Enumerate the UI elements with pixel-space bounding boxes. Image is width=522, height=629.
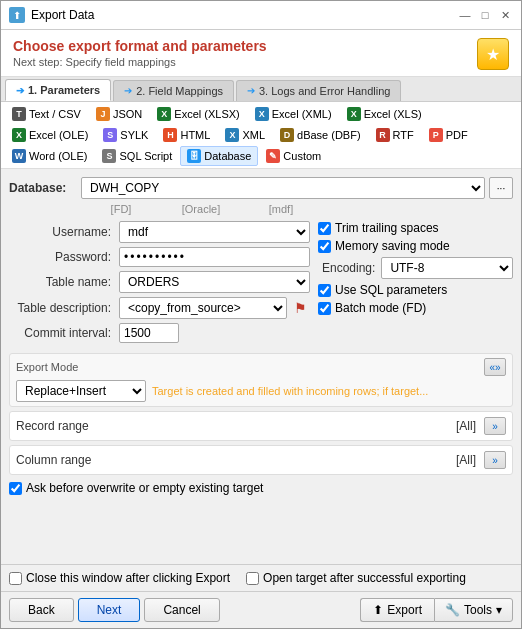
password-group: Password: [9, 247, 310, 267]
format-text-csv[interactable]: T Text / CSV [5, 104, 88, 124]
trim-spaces-label: Trim trailing spaces [335, 221, 439, 235]
password-label: Password: [9, 250, 119, 264]
batch-mode-checkbox[interactable] [318, 302, 331, 315]
sub-label-fd: [FD] [81, 203, 161, 215]
header-titles: Choose export format and parameters Next… [13, 38, 267, 68]
trim-spaces-checkbox[interactable] [318, 222, 331, 235]
format-sql-script[interactable]: S SQL Script [95, 146, 179, 166]
username-group: Username: mdf [9, 221, 310, 243]
excel-xml-icon: X [255, 107, 269, 121]
footer-buttons: Back Next Cancel ⬆ Export 🔧 Tools ▾ [1, 591, 521, 628]
format-pdf[interactable]: P PDF [422, 125, 475, 145]
export-mode-expand-button[interactable]: «» [484, 358, 506, 376]
rtf-icon: R [376, 128, 390, 142]
export-mode-description: Target is created and filled with incomi… [152, 385, 506, 397]
next-button[interactable]: Next [78, 598, 141, 622]
sub-labels-row: [FD] [Oracle] [mdf] [81, 203, 513, 215]
tablename-select[interactable]: ORDERS [119, 271, 310, 293]
excel-ole-icon: X [12, 128, 26, 142]
tab-parameters-label: 1. Parameters [28, 84, 100, 96]
export-mode-header: Export Mode «» [16, 358, 506, 376]
close-after-check-row: Close this window after clicking Export [9, 571, 230, 585]
commit-input[interactable] [119, 323, 179, 343]
format-sylk[interactable]: S SYLK [96, 125, 155, 145]
password-input[interactable] [119, 247, 310, 267]
overwrite-row: Ask before overwrite or empty existing t… [9, 481, 513, 495]
format-dbase[interactable]: D dBase (DBF) [273, 125, 368, 145]
batch-mode-label: Batch mode (FD) [335, 301, 426, 315]
format-html[interactable]: H HTML [156, 125, 217, 145]
memory-saving-label: Memory saving mode [335, 239, 450, 253]
back-button[interactable]: Back [9, 598, 74, 622]
column-range-expand-button[interactable]: » [484, 451, 506, 469]
content-area: Database: DWH_COPY ··· [FD] [Oracle] [md… [1, 169, 521, 564]
memory-saving-checkbox[interactable] [318, 240, 331, 253]
memory-saving-row: Memory saving mode [318, 239, 513, 253]
format-bar: T Text / CSV J JSON X Excel (XLSX) X Exc… [1, 102, 521, 169]
title-bar: ⬆ Export Data — □ ✕ [1, 1, 521, 30]
column-range-right: [All] » [452, 451, 506, 469]
format-excel-xls[interactable]: X Excel (XLS) [340, 104, 429, 124]
tablename-label: Table name: [9, 275, 119, 289]
excel-xls-icon: X [347, 107, 361, 121]
batch-mode-row: Batch mode (FD) [318, 301, 513, 315]
word-ole-icon: W [12, 149, 26, 163]
favorite-button[interactable]: ★ [477, 38, 509, 70]
overwrite-checkbox[interactable] [9, 482, 22, 495]
dbase-icon: D [280, 128, 294, 142]
table-desc-select[interactable]: <copy_from_source> [119, 297, 287, 319]
encoding-label: Encoding: [318, 261, 375, 275]
commit-group: Commit interval: [9, 323, 310, 343]
excel-xlsx-icon: X [157, 107, 171, 121]
format-database[interactable]: 🗄 Database [180, 146, 258, 166]
tab-parameters[interactable]: ➔ 1. Parameters [5, 79, 111, 101]
table-desc-clear-button[interactable]: ⚑ [290, 298, 310, 318]
tablename-group: Table name: ORDERS [9, 271, 310, 293]
close-after-checkbox[interactable] [9, 572, 22, 585]
cancel-button[interactable]: Cancel [144, 598, 219, 622]
export-mode-select[interactable]: Replace+Insert [16, 380, 146, 402]
record-range-label: Record range [16, 419, 89, 433]
database-select[interactable]: DWH_COPY [81, 177, 485, 199]
open-target-checkbox[interactable] [246, 572, 259, 585]
close-after-label: Close this window after clicking Export [26, 571, 230, 585]
right-column: Trim trailing spaces Memory saving mode … [318, 221, 513, 347]
sub-label-mdf: [mdf] [241, 203, 321, 215]
tab-field-mappings-label: 2. Field Mappings [136, 85, 223, 97]
export-button[interactable]: ⬆ Export [360, 598, 434, 622]
pdf-icon: P [429, 128, 443, 142]
tools-button[interactable]: 🔧 Tools ▾ [434, 598, 513, 622]
format-custom[interactable]: ✎ Custom [259, 146, 328, 166]
tools-dropdown-icon: ▾ [496, 603, 502, 617]
column-range-row: Column range [All] » [9, 445, 513, 475]
format-json[interactable]: J JSON [89, 104, 149, 124]
header-section: Choose export format and parameters Next… [1, 30, 521, 77]
format-xml[interactable]: X XML [218, 125, 272, 145]
maximize-button[interactable]: □ [477, 7, 493, 23]
tab-arrow-1: ➔ [16, 85, 24, 96]
format-excel-ole[interactable]: X Excel (OLE) [5, 125, 95, 145]
export-icon: ⬆ [373, 603, 383, 617]
format-excel-xlsx[interactable]: X Excel (XLSX) [150, 104, 246, 124]
title-controls: — □ ✕ [457, 7, 513, 23]
minimize-button[interactable]: — [457, 7, 473, 23]
close-button[interactable]: ✕ [497, 7, 513, 23]
use-sql-checkbox[interactable] [318, 284, 331, 297]
tools-icon: 🔧 [445, 603, 460, 617]
page-heading: Choose export format and parameters [13, 38, 267, 54]
tab-logs[interactable]: ➔ 3. Logs and Error Handling [236, 80, 401, 101]
custom-icon: ✎ [266, 149, 280, 163]
username-select[interactable]: mdf [119, 221, 310, 243]
format-word-ole[interactable]: W Word (OLE) [5, 146, 94, 166]
encoding-select[interactable]: UTF-8 [381, 257, 513, 279]
tab-field-mappings[interactable]: ➔ 2. Field Mappings [113, 80, 234, 101]
database-options-button[interactable]: ··· [489, 177, 513, 199]
record-range-row: Record range [All] » [9, 411, 513, 441]
sql-icon: S [102, 149, 116, 163]
format-rtf[interactable]: R RTF [369, 125, 421, 145]
use-sql-row: Use SQL parameters [318, 283, 513, 297]
format-excel-xml[interactable]: X Excel (XML) [248, 104, 339, 124]
two-col-layout: Username: mdf Password: Table name: ORDE… [9, 221, 513, 347]
record-range-expand-button[interactable]: » [484, 417, 506, 435]
export-mode-title: Export Mode [16, 361, 78, 373]
